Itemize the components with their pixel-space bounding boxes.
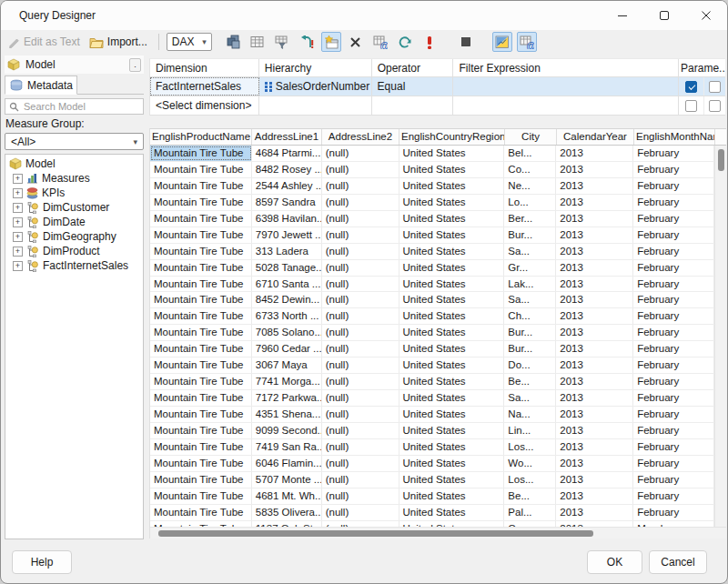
grid-cell[interactable]: United States <box>399 195 505 210</box>
execute-arrow-icon[interactable] <box>297 32 317 52</box>
grid-cell[interactable]: (null) <box>322 227 399 243</box>
grid-cell[interactable]: Do... <box>504 357 556 373</box>
grid-cell[interactable]: 2013 <box>556 178 633 194</box>
grid-cell[interactable]: 2013 <box>556 146 633 161</box>
grid-cell[interactable]: United States <box>399 341 505 357</box>
grid-cell[interactable]: February <box>633 162 714 177</box>
grid-cell[interactable]: 2544 Ashley ... <box>252 178 322 194</box>
maximize-button[interactable] <box>643 1 685 30</box>
grid-cell[interactable]: Mountain Tire Tube <box>150 423 252 438</box>
grid-cell[interactable]: (null) <box>322 195 399 210</box>
grid-cell[interactable]: 7085 Solano... <box>252 325 322 340</box>
grid-cell[interactable]: 8482 Rosey ... <box>252 162 322 177</box>
grid-cell[interactable]: (null) <box>322 472 399 488</box>
grid-cell[interactable]: United States <box>399 162 505 177</box>
grid-cell[interactable]: United States <box>399 374 505 389</box>
grid-cell[interactable]: United States <box>399 390 505 406</box>
grid-cell[interactable]: Lo... <box>504 195 556 210</box>
tree-item-dimcustomer[interactable]: +DimCustomer <box>5 200 143 215</box>
grid-cell[interactable]: United States <box>399 439 505 455</box>
grid-cell[interactable]: Mountain Tire Tube <box>150 146 252 161</box>
grid-cell[interactable]: 4681 Mt. Wh... <box>252 488 322 504</box>
grid-cell[interactable]: 2013 <box>556 423 633 438</box>
grid-cell[interactable]: United States <box>399 260 505 276</box>
metadata-table-icon[interactable] <box>248 32 268 52</box>
grid-cell[interactable]: United States <box>399 407 505 422</box>
filter-hierarchy-cell[interactable]: SalesOrderNumber <box>259 77 372 96</box>
grid-cell[interactable]: 7970 Jewett ... <box>252 227 322 243</box>
grid-cell[interactable]: February <box>633 488 714 504</box>
grid-cell[interactable]: Mountain Tire Tube <box>150 260 252 276</box>
grid-cell[interactable]: February <box>633 244 714 259</box>
grid-cell[interactable]: (null) <box>322 407 399 422</box>
grid-cell[interactable]: Mountain Tire Tube <box>150 439 252 455</box>
grid-cell[interactable]: 2013 <box>556 357 633 373</box>
grid-cell[interactable]: 2013 <box>556 195 633 210</box>
grid-cell[interactable]: Bur... <box>504 325 556 340</box>
grid-cell[interactable]: (null) <box>322 308 399 324</box>
grid-cell[interactable]: United States <box>399 227 505 243</box>
grid-cell[interactable]: February <box>633 439 714 455</box>
tree-item-factinternetsales[interactable]: +FactInternetSales <box>5 258 143 273</box>
grid-cell[interactable]: 6398 Havilan... <box>252 211 322 227</box>
grid-cell[interactable]: 6046 Flamin... <box>252 456 322 471</box>
grid-cell[interactable]: (null) <box>322 374 399 389</box>
empty-expression-cell[interactable] <box>453 96 679 115</box>
grid-cell[interactable]: (null) <box>322 292 399 307</box>
grid-cell[interactable]: February <box>633 146 714 161</box>
query-parameters-icon[interactable]: @ <box>370 32 390 52</box>
grid-cell[interactable]: 2013 <box>556 211 633 227</box>
grid-cell[interactable]: Los... <box>504 472 556 488</box>
tree-item-kpis[interactable]: +KPIs <box>5 186 143 200</box>
help-button[interactable]: Help <box>12 550 72 574</box>
empty-hierarchy-cell[interactable] <box>259 96 372 115</box>
grid-cell[interactable]: 2013 <box>556 325 633 340</box>
grid-cell[interactable]: 6710 Santa ... <box>252 277 322 292</box>
grid-cell[interactable]: 5835 Olivera... <box>252 505 322 520</box>
grid-cell[interactable]: 2013 <box>556 341 633 357</box>
expand-plus-icon[interactable]: + <box>13 232 23 242</box>
grid-cell[interactable]: February <box>633 374 714 389</box>
grid-cell[interactable]: Mountain Tire Tube <box>150 505 252 520</box>
minimize-button[interactable] <box>602 1 643 30</box>
tab-metadata[interactable]: Metadata <box>5 76 77 95</box>
tree-item-dimdate[interactable]: +DimDate <box>5 215 143 229</box>
grid-cell[interactable]: Los... <box>504 439 556 455</box>
grid-cell[interactable]: February <box>633 211 714 227</box>
grid-cell[interactable]: Pal... <box>504 505 556 520</box>
grid-cell[interactable]: United States <box>399 456 505 471</box>
grid-cell[interactable]: 5028 Tanage... <box>252 260 322 276</box>
grid-cell[interactable]: Sa... <box>504 390 556 406</box>
grid-cell[interactable]: Mountain Tire Tube <box>150 325 252 340</box>
grid-cell[interactable]: February <box>633 227 714 243</box>
grid-cell[interactable]: Mountain Tire Tube <box>150 244 252 259</box>
refresh-icon[interactable] <box>395 32 415 52</box>
grid-cell[interactable]: February <box>633 456 714 471</box>
measure-group-select[interactable]: <All> ▾ <box>5 133 144 150</box>
grid-cell[interactable]: Mountain Tire Tube <box>150 277 252 292</box>
edit-as-text-button[interactable]: Edit as Text <box>8 35 80 48</box>
grid-cell[interactable]: Na... <box>504 407 556 422</box>
grid-cell[interactable]: Sa... <box>504 292 556 307</box>
tree-item-measures[interactable]: +Measures <box>5 171 143 186</box>
grid-cell[interactable]: Be... <box>504 374 556 389</box>
grid-cell[interactable]: Ber... <box>504 211 556 227</box>
grid-cell[interactable]: 2013 <box>556 162 633 177</box>
grid-cell[interactable]: United States <box>399 146 505 161</box>
grid-cell[interactable]: 2013 <box>556 227 633 243</box>
horizontal-scrollbar-thumb[interactable] <box>158 530 593 537</box>
expand-plus-icon[interactable]: + <box>13 247 23 257</box>
expand-plus-icon[interactable]: + <box>13 217 23 227</box>
grid-cell[interactable]: 7419 San Ra... <box>252 439 322 455</box>
grid-cell[interactable]: United States <box>399 292 505 307</box>
grid-cell[interactable]: (null) <box>322 178 399 194</box>
grid-cell[interactable]: Mountain Tire Tube <box>150 341 252 357</box>
grid-cell[interactable]: (null) <box>322 260 399 276</box>
add-calculated-member-icon[interactable] <box>321 32 341 52</box>
grid-cell[interactable]: 7960 Cedar ... <box>252 341 322 357</box>
grid-cell[interactable]: Mountain Tire Tube <box>150 227 252 243</box>
grid-cell[interactable]: 3067 Maya <box>252 357 322 373</box>
grid-cell[interactable]: Mountain Tire Tube <box>150 292 252 307</box>
grid-cell[interactable]: February <box>633 390 714 406</box>
cancel-button[interactable]: Cancel <box>649 550 707 574</box>
